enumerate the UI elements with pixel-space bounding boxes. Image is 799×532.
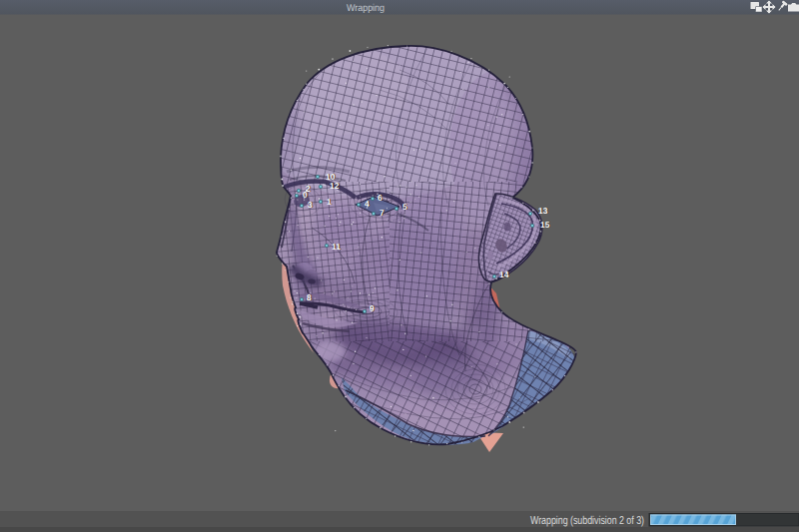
svg-text:7: 7 (380, 208, 385, 218)
svg-text:12: 12 (330, 181, 340, 191)
svg-text:3: 3 (308, 200, 313, 210)
svg-text:8: 8 (307, 292, 312, 302)
svg-text:14: 14 (499, 269, 509, 279)
svg-text:13: 13 (538, 206, 548, 216)
svg-text:9: 9 (370, 303, 375, 313)
svg-text:Wrapping (subdivision 2 of 3): Wrapping (subdivision 2 of 3) (530, 515, 644, 527)
svg-text:4: 4 (365, 199, 370, 209)
svg-text:1: 1 (327, 197, 332, 207)
svg-text:15: 15 (540, 220, 550, 230)
svg-text:5: 5 (402, 202, 407, 212)
svg-text:6: 6 (378, 193, 383, 203)
svg-text:Wrapping: Wrapping (347, 3, 385, 14)
svg-text:11: 11 (332, 242, 341, 252)
svg-text:0: 0 (303, 190, 308, 200)
